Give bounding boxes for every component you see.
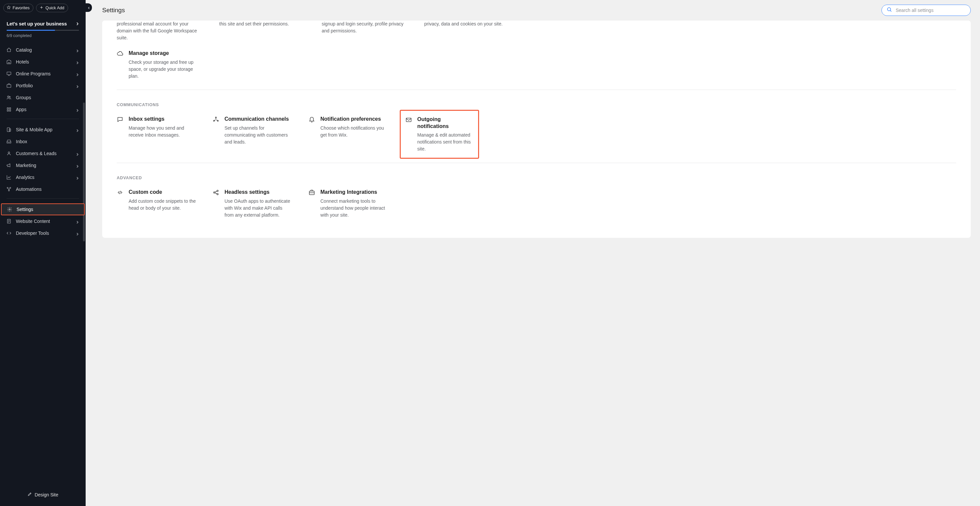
chevron-right-icon bbox=[76, 84, 79, 87]
svg-point-17 bbox=[215, 117, 216, 118]
card-desc: Choose which notifications you get from … bbox=[320, 125, 388, 138]
card-manage-storage[interactable]: Manage storage Check your storage and fr… bbox=[117, 50, 196, 80]
nav-label: Catalog bbox=[16, 47, 72, 53]
storage-row: Manage storage Check your storage and fr… bbox=[117, 50, 956, 90]
page-title: Settings bbox=[102, 6, 125, 14]
card-inbox-settings[interactable]: Inbox settingsManage how you send and re… bbox=[117, 116, 196, 153]
nav-label: Developer Tools bbox=[16, 231, 72, 236]
setup-title: Let's set up your business bbox=[6, 21, 67, 27]
nav-item-developer-tools[interactable]: Developer Tools bbox=[0, 227, 86, 239]
search-icon bbox=[886, 6, 892, 14]
content-scroll[interactable]: professional email account for your doma… bbox=[86, 21, 980, 506]
card-desc: signup and login security, profile priva… bbox=[322, 21, 408, 34]
card-communication-channels[interactable]: Communication channelsSet up channels fo… bbox=[213, 116, 292, 153]
chevron-right-icon bbox=[76, 21, 79, 27]
card-email[interactable]: professional email account for your doma… bbox=[117, 21, 203, 41]
chevron-right-icon bbox=[76, 48, 79, 52]
nav-item-online-programs[interactable]: Online Programs bbox=[0, 68, 86, 80]
design-site-label: Design Site bbox=[35, 492, 59, 497]
favorites-label: Favorites bbox=[13, 6, 29, 10]
chevron-right-icon bbox=[76, 128, 79, 131]
nav-label: Hotels bbox=[16, 59, 72, 65]
nav-item-inbox[interactable]: Inbox bbox=[0, 135, 86, 148]
chart-icon bbox=[6, 174, 12, 180]
main-content: Settings professional email account for … bbox=[86, 0, 980, 506]
nav-item-hotels[interactable]: Hotels bbox=[0, 56, 86, 68]
design-site-button[interactable]: Design Site bbox=[0, 488, 86, 501]
card-member-security[interactable]: signup and login security, profile priva… bbox=[322, 21, 408, 41]
svg-rect-7 bbox=[9, 110, 11, 111]
chevron-right-icon bbox=[76, 152, 79, 155]
sidebar-top-actions: Favorites Quick Add bbox=[0, 0, 86, 16]
doc-icon bbox=[6, 218, 12, 224]
svg-point-23 bbox=[217, 194, 218, 195]
nav-label: Website Content bbox=[16, 219, 72, 224]
card-desc: Use OAuth apps to authenticate with Wix … bbox=[224, 198, 292, 219]
briefcase-icon bbox=[6, 83, 12, 89]
section-heading-advanced: Advanced bbox=[117, 163, 956, 189]
nav-item-customers-leads[interactable]: Customers & Leads bbox=[0, 148, 86, 159]
chevron-right-icon bbox=[76, 164, 79, 167]
card-roles[interactable]: this site and set their permissions. bbox=[219, 21, 305, 41]
svg-rect-5 bbox=[9, 108, 11, 109]
nav-group-workspace: CatalogHotelsOnline ProgramsPortfolioGro… bbox=[0, 43, 86, 115]
svg-point-16 bbox=[888, 8, 891, 11]
settings-panel: professional email account for your doma… bbox=[102, 21, 971, 238]
card-marketing-integrations[interactable]: Marketing IntegrationsConnect marketing … bbox=[309, 189, 388, 219]
chevron-right-icon bbox=[76, 231, 79, 235]
card-privacy[interactable]: privacy, data and cookies on your site. bbox=[424, 21, 510, 41]
nav-group-settings: SettingsWebsite ContentDeveloper Tools bbox=[0, 202, 86, 239]
card-custom-code[interactable]: Custom codeAdd custom code snippets to t… bbox=[117, 189, 196, 219]
chevron-right-icon bbox=[76, 176, 79, 179]
svg-point-2 bbox=[8, 96, 9, 97]
nav-label: Automations bbox=[16, 186, 79, 192]
nav-item-analytics[interactable]: Analytics bbox=[0, 171, 86, 183]
topbar: Settings bbox=[86, 0, 980, 21]
nav-item-website-content[interactable]: Website Content bbox=[0, 215, 86, 227]
nav-item-portfolio[interactable]: Portfolio bbox=[0, 80, 86, 92]
chat-icon bbox=[117, 116, 123, 123]
nav-label: Customers & Leads bbox=[16, 151, 72, 156]
chevron-right-icon bbox=[76, 72, 79, 75]
favorites-button[interactable]: Favorites bbox=[3, 4, 33, 12]
sidebar-footer: Design Site bbox=[0, 484, 86, 506]
chevron-right-icon bbox=[76, 108, 79, 111]
svg-point-22 bbox=[217, 190, 218, 191]
quick-add-button[interactable]: Quick Add bbox=[36, 4, 68, 12]
brief2-icon bbox=[309, 189, 315, 196]
card-title: Marketing Integrations bbox=[320, 189, 388, 196]
card-title: Communication channels bbox=[224, 116, 292, 123]
partial-cards-row: professional email account for your doma… bbox=[117, 21, 956, 50]
nav-item-groups[interactable]: Groups bbox=[0, 92, 86, 103]
card-headless-settings[interactable]: Headless settingsUse OAuth apps to authe… bbox=[213, 189, 292, 219]
share-icon bbox=[213, 116, 219, 123]
nav-label: Online Programs bbox=[16, 71, 72, 76]
nav-item-site-mobile-app[interactable]: Site & Mobile App bbox=[0, 124, 86, 135]
card-desc: Manage how you send and receive Inbox me… bbox=[129, 125, 196, 138]
nav-label: Site & Mobile App bbox=[16, 127, 72, 132]
quick-add-label: Quick Add bbox=[45, 6, 64, 10]
communications-cards-row: Inbox settingsManage how you send and re… bbox=[117, 116, 956, 163]
nav-item-automations[interactable]: Automations bbox=[0, 183, 86, 195]
pencil-icon bbox=[27, 492, 32, 497]
progress-bar bbox=[6, 30, 79, 31]
nav-item-settings[interactable]: Settings bbox=[1, 204, 84, 215]
nav-item-catalog[interactable]: Catalog bbox=[0, 44, 86, 56]
search-container[interactable] bbox=[881, 5, 971, 16]
svg-point-10 bbox=[8, 152, 10, 153]
plus-icon bbox=[39, 5, 44, 11]
svg-point-21 bbox=[213, 192, 215, 193]
setup-progress-block[interactable]: Let's set up your business 6/9 completed bbox=[0, 16, 86, 43]
svg-rect-20 bbox=[406, 118, 411, 122]
svg-rect-1 bbox=[7, 85, 11, 88]
card-notification-preferences[interactable]: Notification preferencesChoose which not… bbox=[309, 116, 388, 153]
megaphone-icon bbox=[6, 162, 12, 168]
card-outgoing-notifications[interactable]: Outgoing notificationsManage & edit auto… bbox=[400, 110, 479, 159]
card-desc: Manage & edit automated notifications se… bbox=[417, 132, 474, 153]
card-desc: Check your storage and free up space, or… bbox=[129, 59, 196, 80]
search-input[interactable] bbox=[896, 8, 966, 13]
nav-item-marketing[interactable]: Marketing bbox=[0, 159, 86, 171]
nav-item-apps[interactable]: Apps bbox=[0, 103, 86, 115]
advanced-cards-row: Custom codeAdd custom code snippets to t… bbox=[117, 189, 956, 229]
users-icon bbox=[6, 95, 12, 100]
